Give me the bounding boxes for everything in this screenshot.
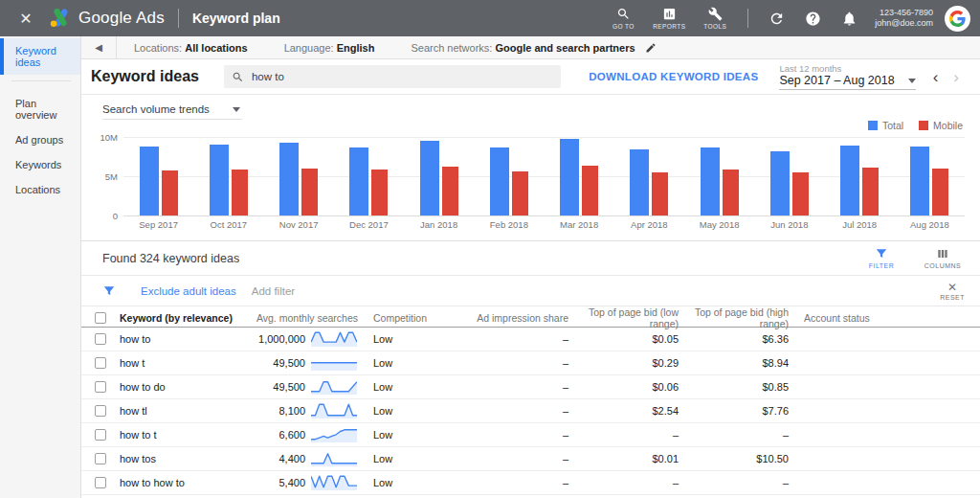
help-button[interactable] bbox=[796, 11, 829, 27]
keyword-cell[interactable]: how to do bbox=[120, 381, 244, 393]
date-range-value: Sep 2017 – Aug 2018 bbox=[779, 74, 894, 87]
row-checkbox[interactable] bbox=[95, 381, 106, 393]
table-row: how tos4,400Low–$0.01$10.50 bbox=[81, 447, 980, 471]
keyword-cell[interactable]: how tl bbox=[120, 405, 244, 417]
competition-cell: Low bbox=[364, 429, 474, 441]
total-bar[interactable] bbox=[279, 143, 299, 215]
keyword-cell[interactable]: how to how to bbox=[120, 477, 244, 488]
total-bar[interactable] bbox=[701, 147, 720, 215]
table-row: how to how to5,400Low––– bbox=[81, 471, 980, 495]
total-bar[interactable] bbox=[349, 147, 368, 215]
language-label: Language: bbox=[284, 42, 334, 54]
top-bid-low-cell: $0.05 bbox=[574, 333, 684, 345]
total-bar[interactable] bbox=[840, 146, 859, 215]
legend-item-total[interactable]: Total bbox=[868, 120, 903, 131]
mobile-bar[interactable] bbox=[371, 170, 388, 215]
trend-sparkline-icon bbox=[311, 377, 357, 396]
chevron-down-icon bbox=[233, 107, 240, 112]
setting-networks[interactable]: Search networks: Google and search partn… bbox=[411, 42, 635, 54]
filter-button[interactable]: FILTER bbox=[859, 247, 903, 269]
col-competition[interactable]: Competition bbox=[364, 312, 474, 324]
keyword-cell[interactable]: how tos bbox=[120, 453, 244, 464]
sidebar-item-keyword-ideas[interactable]: Keyword ideas bbox=[0, 38, 80, 75]
total-bar[interactable] bbox=[210, 145, 229, 215]
row-checkbox[interactable] bbox=[95, 333, 106, 345]
chart-type-dropdown[interactable]: Search volume trends bbox=[102, 103, 242, 120]
mobile-bar[interactable] bbox=[232, 170, 248, 215]
gridline: 0 bbox=[123, 215, 965, 216]
x-axis-tick: Dec 2017 bbox=[334, 219, 404, 230]
keyword-cell[interactable]: how to t bbox=[120, 429, 244, 441]
app-bar: ✕ Google Ads Keyword plan GO TO REPORTS … bbox=[0, 0, 980, 36]
mobile-bar[interactable] bbox=[652, 172, 668, 215]
table-row: how to1,000,000Low–$0.05$6.36 bbox=[81, 328, 980, 351]
row-checkbox[interactable] bbox=[95, 477, 106, 488]
x-axis-tick: Mar 2018 bbox=[545, 219, 614, 230]
mobile-bar[interactable] bbox=[301, 169, 318, 215]
sidebar-item-keywords[interactable]: Keywords bbox=[0, 152, 80, 177]
total-bar[interactable] bbox=[140, 147, 159, 215]
next-period-button[interactable]: › bbox=[946, 69, 967, 85]
setting-locations[interactable]: Locations: All locations bbox=[134, 42, 248, 54]
mobile-bar[interactable] bbox=[162, 170, 178, 215]
col-avg-monthly-searches[interactable]: Avg. monthly searches bbox=[244, 312, 364, 324]
sidebar-item-ad-groups[interactable]: Ad groups bbox=[0, 127, 80, 152]
row-checkbox[interactable] bbox=[95, 453, 106, 464]
keyword-search-input[interactable] bbox=[252, 71, 553, 82]
mobile-bar[interactable] bbox=[582, 166, 598, 215]
sidebar-item-plan-overview[interactable]: Plan overview bbox=[0, 91, 80, 127]
google-ads-logo[interactable]: Google Ads bbox=[50, 9, 165, 28]
total-bar[interactable] bbox=[910, 147, 929, 215]
sidebar-item-locations[interactable]: Locations bbox=[0, 177, 80, 202]
total-bar[interactable] bbox=[560, 139, 579, 215]
row-checkbox[interactable] bbox=[95, 357, 106, 369]
edit-settings-button[interactable] bbox=[645, 42, 657, 54]
row-checkbox[interactable] bbox=[95, 429, 106, 441]
tools-button[interactable]: TOOLS bbox=[694, 7, 736, 30]
mobile-bar[interactable] bbox=[862, 168, 879, 215]
legend-item-mobile[interactable]: Mobile bbox=[919, 120, 963, 131]
search-volume-chart: Search volume trends TotalMobile 10M5M0 … bbox=[81, 95, 980, 240]
notifications-button[interactable] bbox=[833, 11, 865, 27]
pencil-icon bbox=[645, 42, 657, 54]
mobile-bar[interactable] bbox=[512, 171, 528, 215]
col-keyword[interactable]: Keyword (by relevance) bbox=[120, 312, 244, 324]
col-account-status[interactable]: Account status bbox=[794, 312, 980, 324]
chart-legend: TotalMobile bbox=[868, 120, 963, 131]
download-keyword-ideas-button[interactable]: DOWNLOAD KEYWORD IDEAS bbox=[589, 71, 758, 82]
x-axis-tick: Nov 2017 bbox=[264, 219, 334, 230]
mobile-bar[interactable] bbox=[723, 170, 739, 215]
found-count: Found 324 keyword ideas bbox=[102, 252, 239, 265]
google-ads-logo-icon bbox=[50, 9, 71, 28]
select-all-checkbox[interactable] bbox=[95, 312, 106, 324]
reset-filters-button[interactable]: ✕ RESET bbox=[940, 282, 965, 301]
add-filter-button[interactable]: Add filter bbox=[252, 285, 295, 297]
exclude-adult-ideas-filter[interactable]: Exclude adult ideas bbox=[141, 285, 236, 297]
keyword-search-box[interactable] bbox=[224, 65, 561, 88]
ad-impression-share-cell: – bbox=[474, 429, 574, 441]
keyword-cell[interactable]: how to bbox=[120, 333, 244, 345]
col-ad-impression-share[interactable]: Ad impression share bbox=[474, 312, 574, 324]
reports-button[interactable]: REPORTS bbox=[648, 7, 690, 30]
total-bar[interactable] bbox=[490, 147, 509, 215]
mobile-bar[interactable] bbox=[932, 169, 948, 215]
total-bar[interactable] bbox=[770, 151, 790, 215]
total-bar[interactable] bbox=[420, 141, 439, 215]
goto-button[interactable]: GO TO bbox=[602, 7, 644, 30]
prev-period-button[interactable]: ‹ bbox=[925, 69, 947, 85]
setting-language[interactable]: Language: English bbox=[284, 42, 375, 54]
columns-button[interactable]: COLUMNS bbox=[921, 247, 965, 269]
x-axis-tick: Sep 2017 bbox=[123, 219, 193, 230]
date-range-selector[interactable]: Last 12 months Sep 2017 – Aug 2018 bbox=[779, 63, 915, 90]
row-checkbox[interactable] bbox=[95, 405, 106, 417]
avatar[interactable] bbox=[945, 6, 970, 32]
col-top-bid-low[interactable]: Top of page bid (low range) bbox=[574, 306, 684, 329]
mobile-bar[interactable] bbox=[442, 167, 458, 215]
mobile-bar[interactable] bbox=[792, 172, 809, 215]
keyword-cell[interactable]: how t bbox=[120, 357, 244, 369]
total-bar[interactable] bbox=[630, 149, 649, 215]
collapse-panel-arrow[interactable]: ◀ bbox=[81, 42, 116, 53]
col-top-bid-high[interactable]: Top of page bid (high range) bbox=[684, 306, 794, 329]
close-icon[interactable]: ✕ bbox=[13, 6, 38, 31]
refresh-button[interactable] bbox=[760, 11, 792, 27]
